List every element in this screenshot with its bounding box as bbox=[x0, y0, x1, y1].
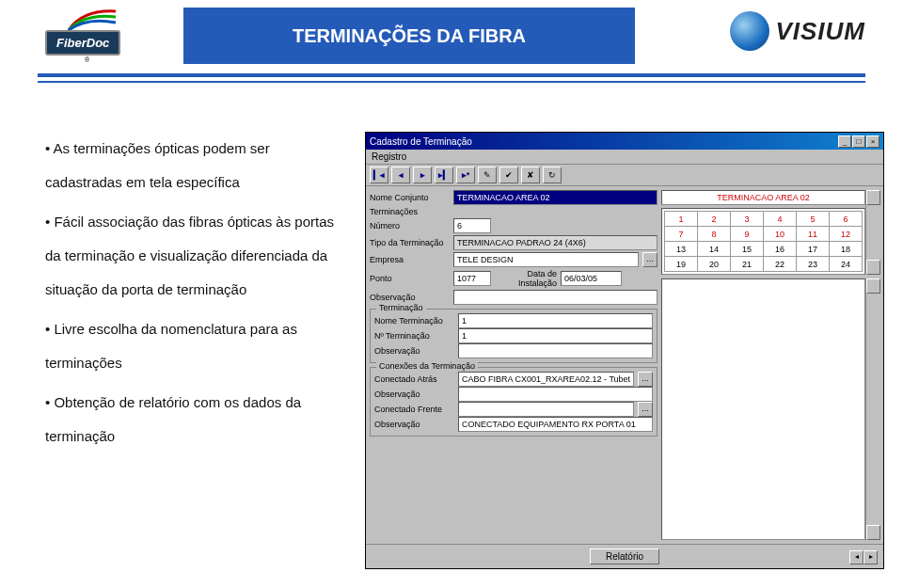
obs4-label: Observação bbox=[374, 420, 454, 429]
empresa-lookup-button[interactable]: ... bbox=[642, 252, 657, 267]
port-13[interactable]: 13 bbox=[665, 242, 698, 257]
divider-thin bbox=[38, 81, 865, 83]
divider-thick bbox=[38, 73, 865, 77]
ports-empty-area bbox=[661, 278, 865, 540]
port-23[interactable]: 23 bbox=[796, 257, 829, 272]
nome-term-field[interactable]: 1 bbox=[458, 313, 653, 328]
maximize-button[interactable]: □ bbox=[852, 135, 865, 148]
port-8[interactable]: 8 bbox=[698, 227, 731, 242]
ports-column: TERMINACAO AREA 02 1 2 3 4 5 6 bbox=[661, 190, 879, 540]
nav-prev-button[interactable]: ◂ bbox=[391, 167, 410, 183]
port-20[interactable]: 20 bbox=[698, 257, 731, 272]
nome-conjunto-field[interactable]: TERMINACAO AREA 02 bbox=[453, 190, 657, 205]
port-11[interactable]: 11 bbox=[796, 227, 829, 242]
num-term-label: Nº Terminação bbox=[374, 331, 454, 341]
obs3-field[interactable] bbox=[458, 387, 653, 402]
port-21[interactable]: 21 bbox=[731, 257, 764, 272]
bullet-4: • Obtenção de relatório com os dados da … bbox=[45, 386, 346, 453]
nome-term-label: Nome Terminação bbox=[374, 316, 454, 326]
con-atras-field[interactable]: CABO FIBRA CX001_RXAREA02.12 - Tubet bbox=[458, 372, 634, 387]
menu-bar[interactable]: Registro bbox=[366, 150, 883, 164]
port-6[interactable]: 6 bbox=[829, 212, 862, 227]
con-frente-label: Conectado Frente bbox=[374, 405, 454, 414]
nav-next-button[interactable]: ▸ bbox=[413, 167, 432, 183]
port-10[interactable]: 10 bbox=[764, 227, 797, 242]
confirm-button[interactable]: ✔ bbox=[499, 167, 518, 183]
page-content: • As terminações ópticas podem ser cadas… bbox=[45, 132, 884, 569]
toolbar: ▎◂ ◂ ▸ ▸▎ ▸* ✎ ✔ ✘ ↻ bbox=[366, 164, 883, 186]
empresa-label: Empresa bbox=[370, 255, 450, 264]
port-4[interactable]: 4 bbox=[764, 212, 797, 227]
edit-button[interactable]: ✎ bbox=[478, 167, 497, 183]
port-7[interactable]: 7 bbox=[665, 227, 698, 242]
port-3[interactable]: 3 bbox=[731, 212, 764, 227]
ports-grid: 1 2 3 4 5 6 7 8 9 bbox=[661, 208, 865, 275]
port-1[interactable]: 1 bbox=[665, 212, 698, 227]
ponto-field[interactable]: 1077 bbox=[453, 271, 491, 286]
menu-registro[interactable]: Registro bbox=[372, 151, 406, 162]
close-button[interactable]: × bbox=[866, 135, 879, 148]
bullet-2: • Fácil associação das fibras ópticas às… bbox=[45, 205, 346, 307]
port-16[interactable]: 16 bbox=[764, 242, 797, 257]
nav-new-button[interactable]: ▸* bbox=[456, 167, 475, 183]
logo-registered: ® bbox=[85, 56, 89, 63]
nav-last-button[interactable]: ▸▎ bbox=[435, 167, 453, 183]
port-19[interactable]: 19 bbox=[665, 257, 698, 272]
minimize-button[interactable]: _ bbox=[838, 135, 851, 148]
con-frente-field[interactable] bbox=[458, 402, 634, 417]
empresa-field[interactable]: TELE DESIGN bbox=[453, 252, 639, 267]
numero-label: Número bbox=[370, 221, 450, 230]
port-17[interactable]: 17 bbox=[796, 242, 829, 257]
port-22[interactable]: 22 bbox=[764, 257, 797, 272]
port-15[interactable]: 15 bbox=[731, 242, 764, 257]
sphere-icon bbox=[730, 11, 769, 51]
form-column: Nome Conjunto TERMINACAO AREA 02 Termina… bbox=[370, 190, 657, 540]
num-term-field[interactable]: 1 bbox=[458, 328, 653, 343]
port-24[interactable]: 24 bbox=[829, 257, 862, 272]
obs3-label: Observação bbox=[374, 389, 454, 399]
bullet-3: • Livre escolha da nomenclatura para as … bbox=[45, 312, 346, 380]
port-9[interactable]: 9 bbox=[731, 227, 764, 242]
nome-conjunto-label: Nome Conjunto bbox=[370, 193, 450, 202]
window-controls: _ □ × bbox=[838, 135, 879, 148]
nav-first-button[interactable]: ▎◂ bbox=[370, 167, 388, 183]
tipo-label: Tipo da Terminação bbox=[370, 238, 450, 247]
data-inst-field[interactable]: 06/03/05 bbox=[561, 271, 622, 286]
window-body: Nome Conjunto TERMINACAO AREA 02 Termina… bbox=[366, 186, 883, 544]
vertical-scrollbar-2[interactable] bbox=[865, 278, 879, 540]
bullet-1: • As terminações ópticas podem ser cadas… bbox=[45, 132, 346, 199]
page-header: FiberDoc ® TERMINAÇÕES DA FIBRA VISIUM bbox=[0, 0, 903, 94]
port-12[interactable]: 12 bbox=[829, 227, 862, 242]
port-2[interactable]: 2 bbox=[698, 212, 731, 227]
scroll-left-button[interactable]: ◂ bbox=[849, 550, 863, 564]
group-conexoes-title: Conexões da Terminação bbox=[376, 361, 478, 371]
group-terminacao-title: Terminação bbox=[376, 303, 426, 312]
logo-visium-text: VISIUM bbox=[775, 17, 865, 46]
refresh-button[interactable]: ↻ bbox=[543, 167, 562, 183]
numero-field[interactable]: 6 bbox=[453, 218, 491, 233]
app-window: Cadastro de Terminação _ □ × Registro ▎◂… bbox=[365, 132, 884, 569]
port-18[interactable]: 18 bbox=[829, 242, 862, 257]
obs4-field[interactable]: CONECTADO EQUIPAMENTO RX PORTA 01 bbox=[458, 417, 653, 432]
obs2-label: Observação bbox=[374, 346, 454, 356]
tipo-field: TERMINACAO PADRAO 24 (4X6) bbox=[453, 235, 657, 250]
window-footer: Relatório ◂ ▸ bbox=[366, 544, 883, 568]
vertical-scrollbar[interactable] bbox=[865, 190, 879, 275]
logo-fiberdoc-text: FiberDoc bbox=[45, 30, 120, 56]
terminacoes-label: Terminações bbox=[370, 207, 450, 216]
page-title-bar: TERMINAÇÕES DA FIBRA bbox=[183, 8, 635, 64]
obs2-field[interactable] bbox=[458, 343, 653, 358]
obs1-field[interactable] bbox=[453, 290, 657, 305]
group-terminacao: Terminação Nome Terminação 1 Nº Terminaç… bbox=[370, 309, 657, 363]
data-inst-label: Data de Instalação bbox=[495, 269, 557, 288]
relatorio-button[interactable]: Relatório bbox=[590, 548, 659, 564]
port-5[interactable]: 5 bbox=[796, 212, 829, 227]
ports-header: TERMINACAO AREA 02 bbox=[661, 190, 865, 205]
con-atras-label: Conectado Atrás bbox=[374, 374, 454, 384]
con-atras-lookup-button[interactable]: ... bbox=[638, 372, 653, 387]
cancel-button[interactable]: ✘ bbox=[521, 167, 540, 183]
port-14[interactable]: 14 bbox=[698, 242, 731, 257]
scroll-right-button[interactable]: ▸ bbox=[863, 550, 878, 564]
con-frente-lookup-button[interactable]: ... bbox=[638, 402, 653, 417]
window-titlebar: Cadastro de Terminação _ □ × bbox=[366, 133, 883, 150]
